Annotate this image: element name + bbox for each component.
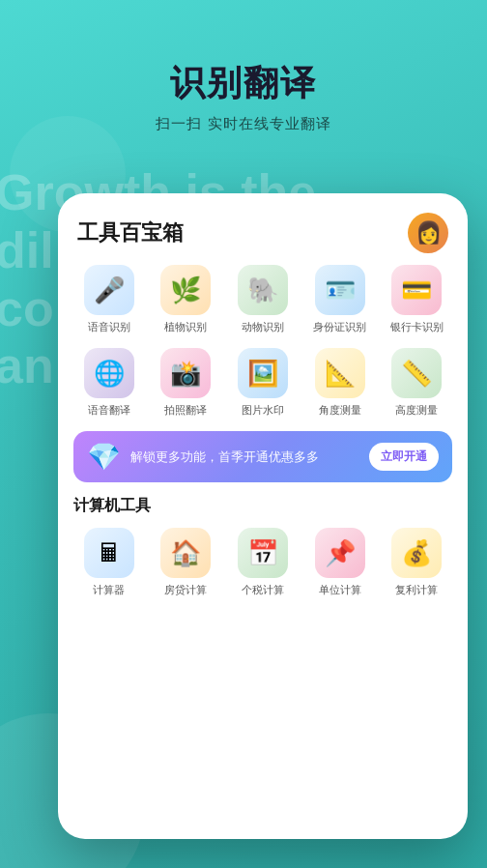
tool-item-animal-recognition[interactable]: 🐘动物识别 [227, 265, 299, 334]
tool-icon-angle-measure: 📐 [315, 348, 365, 398]
banner-text: 解锁更多功能，首季开通优惠多多 [130, 448, 319, 466]
tool-icon-voice-recognition: 🎤 [84, 265, 134, 315]
tool-item-tax[interactable]: 📅个税计算 [227, 528, 299, 597]
tool-label-photo-translate: 拍照翻译 [164, 403, 207, 418]
tool-item-height-measure[interactable]: 📏高度测量 [381, 348, 452, 418]
tool-icon-watermark: 🖼️ [238, 348, 288, 398]
tool-label-voice-recognition: 语音识别 [88, 320, 130, 334]
tool-icon-bank-recognition: 💳 [391, 265, 442, 315]
tool-grid-row1: 🎤语音识别🌿植物识别🐘动物识别🪪身份证识别💳银行卡识别 [73, 265, 452, 334]
tool-item-voice-translate[interactable]: 🌐语音翻译 [73, 348, 145, 418]
tool-label-mortgage: 房贷计算 [164, 583, 207, 597]
tool-icon-voice-translate: 🌐 [84, 348, 134, 398]
avatar[interactable]: 👩 [408, 213, 448, 253]
card-header: 工具百宝箱 👩 [58, 193, 468, 265]
tool-item-photo-translate[interactable]: 📸拍照翻译 [151, 348, 222, 418]
tool-label-plant-recognition: 植物识别 [164, 320, 207, 334]
tool-item-mortgage[interactable]: 🏠房贷计算 [151, 528, 222, 597]
tool-item-calculator[interactable]: 🖩计算器 [73, 528, 145, 597]
tool-item-compound[interactable]: 💰复利计算 [381, 528, 452, 597]
main-title: 识别翻译 [170, 60, 317, 107]
tool-icon-tax: 📅 [238, 528, 288, 578]
tools-section: 🎤语音识别🌿植物识别🐘动物识别🪪身份证识别💳银行卡识别 🌐语音翻译📸拍照翻译🖼️… [58, 265, 468, 597]
tool-item-angle-measure[interactable]: 📐角度测量 [304, 348, 376, 418]
tool-label-calculator: 计算器 [93, 583, 125, 597]
tool-label-height-measure: 高度测量 [395, 403, 438, 418]
tool-label-unit: 单位计算 [319, 583, 361, 597]
tool-item-watermark[interactable]: 🖼️图片水印 [227, 348, 299, 418]
calc-grid: 🖩计算器🏠房贷计算📅个税计算📌单位计算💰复利计算 [73, 528, 452, 597]
tool-grid-row2: 🌐语音翻译📸拍照翻译🖼️图片水印📐角度测量📏高度测量 [73, 348, 452, 418]
card-title: 工具百宝箱 [77, 218, 184, 247]
tool-icon-photo-translate: 📸 [160, 348, 211, 398]
tool-icon-calculator: 🖩 [84, 528, 134, 578]
tool-icon-mortgage: 🏠 [160, 528, 211, 578]
tool-icon-compound: 💰 [391, 528, 442, 578]
tool-item-id-recognition[interactable]: 🪪身份证识别 [304, 265, 376, 334]
tool-label-angle-measure: 角度测量 [319, 403, 361, 418]
tool-icon-plant-recognition: 🌿 [160, 265, 211, 315]
tool-label-tax: 个税计算 [242, 583, 284, 597]
tool-icon-height-measure: 📏 [391, 348, 442, 398]
tool-label-animal-recognition: 动物识别 [242, 320, 284, 334]
top-section: 识别翻译 扫一扫 实时在线专业翻译 [0, 0, 487, 193]
calc-section-title: 计算机工具 [73, 496, 452, 516]
tool-icon-animal-recognition: 🐘 [238, 265, 288, 315]
tool-item-plant-recognition[interactable]: 🌿植物识别 [151, 265, 222, 334]
promo-banner[interactable]: 💎 解锁更多功能，首季开通优惠多多 立即开通 [73, 431, 452, 482]
sub-title: 扫一扫 实时在线专业翻译 [156, 115, 330, 133]
phone-card: 工具百宝箱 👩 🎤语音识别🌿植物识别🐘动物识别🪪身份证识别💳银行卡识别 🌐语音翻… [58, 193, 468, 839]
tool-label-compound: 复利计算 [395, 583, 438, 597]
tool-icon-unit: 📌 [315, 528, 365, 578]
tool-label-watermark: 图片水印 [242, 403, 284, 418]
tool-label-id-recognition: 身份证识别 [313, 320, 366, 334]
banner-left: 💎 解锁更多功能，首季开通优惠多多 [87, 441, 319, 473]
tool-item-voice-recognition[interactable]: 🎤语音识别 [73, 265, 145, 334]
tool-item-unit[interactable]: 📌单位计算 [304, 528, 376, 597]
tool-label-voice-translate: 语音翻译 [88, 403, 130, 418]
open-now-button[interactable]: 立即开通 [369, 443, 439, 471]
tool-label-bank-recognition: 银行卡识别 [390, 320, 444, 334]
gem-icon: 💎 [87, 441, 121, 473]
tool-item-bank-recognition[interactable]: 💳银行卡识别 [381, 265, 452, 334]
tool-icon-id-recognition: 🪪 [315, 265, 365, 315]
